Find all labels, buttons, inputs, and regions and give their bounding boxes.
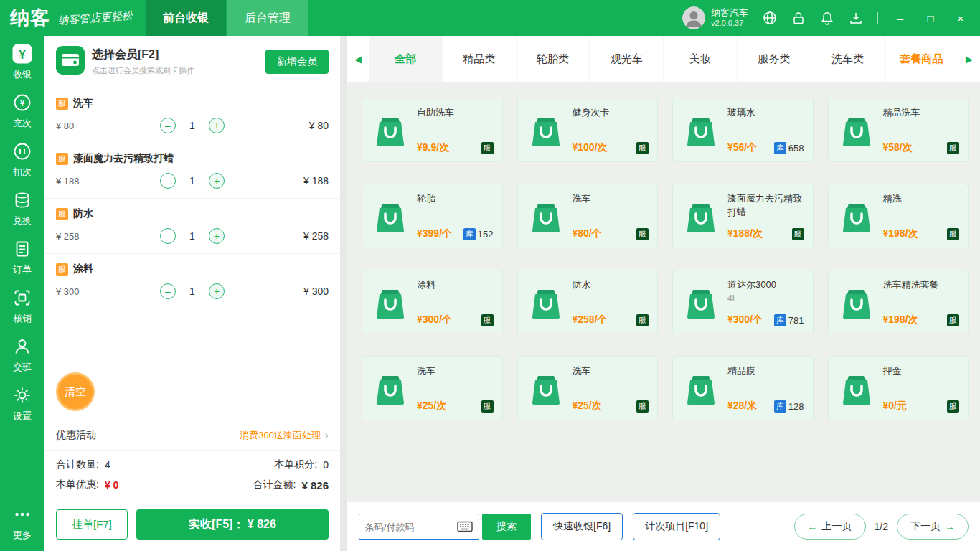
sidebar-item[interactable]: 核销 <box>0 281 44 330</box>
category-tab[interactable]: 全部 <box>369 36 443 82</box>
category-next-arrow-icon[interactable] <box>958 36 980 82</box>
product-name: 精品膜 <box>727 364 804 378</box>
sidebar-item-label: 充次 <box>13 117 32 130</box>
cart-middle: 服 洗车 ¥ 80 1 ¥ 80 服 漆面魔力 <box>44 88 340 420</box>
product-badge: 服 <box>636 228 649 240</box>
total-amount-value: ¥ 826 <box>301 479 329 491</box>
product-bottom: ¥100/次 服 <box>573 141 649 154</box>
cart-item-total: ¥ 258 <box>225 230 329 242</box>
product-name: 精洗 <box>883 192 960 206</box>
category-tab[interactable]: 套餐商品 <box>885 36 958 82</box>
shopping-bag-icon <box>837 192 876 240</box>
product-body: 精品膜 ¥28/米 库 128 <box>727 364 804 413</box>
qty-decrease-button[interactable] <box>160 118 176 133</box>
barcode-input[interactable] <box>365 522 457 532</box>
cart-item: 服 涂料 ¥ 300 1 ¥ 300 <box>44 254 340 309</box>
product-body: 道达尔3000 4L ¥300/个 库 781 <box>727 278 804 326</box>
svg-text:¥: ¥ <box>19 47 26 61</box>
add-member-button[interactable]: 新增会员 <box>265 50 329 74</box>
sidebar-item[interactable]: ¥ 收银 <box>0 37 44 86</box>
search-button[interactable]: 搜索 <box>482 514 531 540</box>
product-card[interactable]: 精品洗车 ¥58/次 服 <box>828 98 969 162</box>
minimize-button[interactable]: – <box>892 12 908 24</box>
product-card[interactable]: 精品膜 ¥28/米 库 128 <box>672 356 814 420</box>
product-card[interactable]: 轮胎 ¥399/个 库 152 <box>362 184 503 248</box>
product-card[interactable]: 道达尔3000 4L ¥300/个 库 781 <box>672 270 814 334</box>
total-qty-value: 4 <box>105 459 110 471</box>
product-body: 洗车 ¥80/个 服 <box>573 192 649 240</box>
top-tab[interactable]: 前台收银 <box>146 0 226 36</box>
keyboard-icon[interactable] <box>457 521 473 532</box>
qty-decrease-button[interactable] <box>160 228 176 244</box>
count-item-button[interactable]: 计次项目[F10] <box>633 513 720 540</box>
category-tab[interactable]: 洗车类 <box>811 36 885 82</box>
next-page-button[interactable]: 下一页 <box>897 514 969 540</box>
sidebar-item[interactable]: 扣次 <box>0 135 44 184</box>
product-body: 防水 ¥258/个 服 <box>573 278 649 326</box>
download-icon[interactable] <box>849 11 863 25</box>
product-card[interactable]: 押金 ¥0/元 服 <box>828 356 969 420</box>
product-card[interactable]: 自助洗车 ¥9.9/次 服 <box>362 98 503 162</box>
product-badge: 服 <box>947 314 959 326</box>
exchange-icon <box>13 189 32 211</box>
product-card[interactable]: 洗车 ¥80/个 服 <box>517 184 659 248</box>
lock-icon[interactable] <box>791 11 806 25</box>
qty-increase-button[interactable] <box>209 283 225 299</box>
bell-icon[interactable] <box>820 11 834 25</box>
avatar[interactable] <box>682 6 705 29</box>
product-card[interactable]: 洗车 ¥25/次 服 <box>517 356 659 420</box>
next-page-label: 下一页 <box>910 520 941 533</box>
product-body: 健身次卡 ¥100/次 服 <box>573 105 649 154</box>
hold-order-button[interactable]: 挂单[F7] <box>56 509 128 540</box>
cart-item-qty: 1 <box>176 120 209 131</box>
product-price: ¥25/次 <box>573 400 637 413</box>
category-tab[interactable]: 服务类 <box>738 36 811 82</box>
shopping-bag-icon <box>527 105 565 154</box>
order-points-value: 0 <box>323 459 329 471</box>
category-tab[interactable]: 轮胎类 <box>517 36 590 82</box>
category-tab[interactable]: 精品类 <box>443 36 517 82</box>
product-price: ¥80/个 <box>573 227 637 240</box>
product-card[interactable]: 漆面魔力去污精致打蜡 ¥188/次 服 <box>672 184 814 248</box>
product-card[interactable]: 防水 ¥258/个 服 <box>517 270 659 334</box>
pay-button[interactable]: 实收[F5]： ¥ 826 <box>136 509 329 540</box>
total-amount: 合计金额: ¥ 826 <box>253 479 329 491</box>
product-card[interactable]: 健身次卡 ¥100/次 服 <box>517 98 659 162</box>
service-badge: 服 <box>56 153 68 165</box>
product-card[interactable]: 涂料 ¥300/个 服 <box>362 270 503 334</box>
product-card[interactable]: 玻璃水 ¥56/个 库 658 <box>672 98 814 162</box>
quick-cashier-button[interactable]: 快速收银[F6] <box>541 513 623 540</box>
sidebar-item[interactable]: ¥ 充次 <box>0 86 44 135</box>
product-badge: 服 <box>636 314 649 326</box>
sidebar-item[interactable]: 更多 <box>0 498 44 547</box>
qty-decrease-button[interactable] <box>160 173 176 189</box>
member-select[interactable]: 选择会员[F2] 点击进行会员搜索或刷卡操作 新增会员 <box>44 36 340 88</box>
qty-increase-button[interactable] <box>209 173 225 189</box>
sidebar-item[interactable]: 订单 <box>0 232 44 281</box>
order-icon <box>13 238 32 260</box>
close-button[interactable]: × <box>953 12 969 24</box>
product-card[interactable]: 洗车 ¥25/次 服 <box>362 356 503 420</box>
sidebar-item[interactable]: 兑换 <box>0 184 44 232</box>
promo-row[interactable]: 优惠活动 消费300送漆面处理 <box>44 420 340 450</box>
product-body: 精洗 ¥198/次 服 <box>883 192 960 240</box>
prev-page-button[interactable]: 上一页 <box>794 514 866 540</box>
product-bottom: ¥58/次 服 <box>883 141 960 154</box>
qty-decrease-button[interactable] <box>160 283 176 299</box>
sidebar-item[interactable]: 设置 <box>0 379 44 428</box>
qty-increase-button[interactable] <box>209 228 225 244</box>
category-prev-arrow-icon[interactable] <box>347 36 369 82</box>
category-tab[interactable]: 美妆 <box>664 36 738 82</box>
product-card[interactable]: 精洗 ¥198/次 服 <box>828 184 969 248</box>
clear-cart-button[interactable]: 清空 <box>56 372 95 411</box>
product-card[interactable]: 洗车精洗套餐 ¥198/次 服 <box>828 270 969 334</box>
qty-increase-button[interactable] <box>209 118 225 133</box>
maximize-button[interactable]: □ <box>923 12 938 24</box>
sidebar-item-label: 更多 <box>13 529 32 542</box>
network-icon[interactable] <box>763 11 777 25</box>
product-badge: 库 <box>774 400 786 413</box>
cart-panel: 选择会员[F2] 点击进行会员搜索或刷卡操作 新增会员 服 洗车 ¥ 80 <box>44 36 340 551</box>
top-tab[interactable]: 后台管理 <box>227 0 308 36</box>
category-tab[interactable]: 观光车 <box>590 36 664 82</box>
sidebar-item[interactable]: 交班 <box>0 330 44 379</box>
